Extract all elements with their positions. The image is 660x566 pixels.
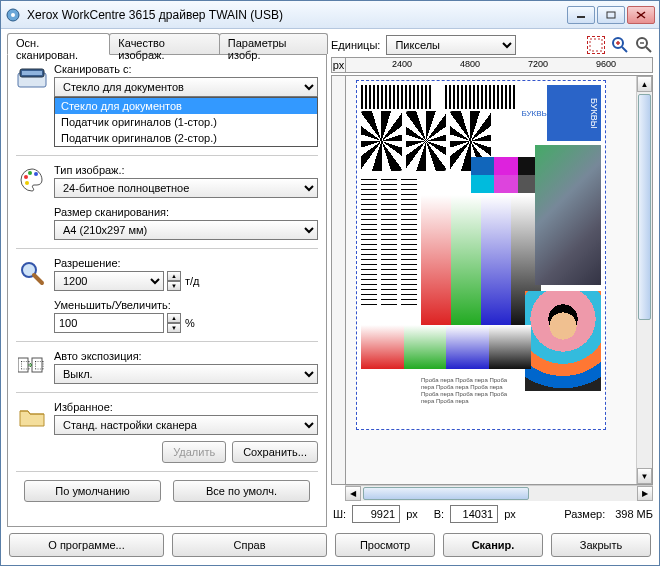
scrollbar-vertical[interactable]: ▲ ▼ (636, 76, 652, 484)
zoom-input[interactable] (54, 313, 164, 333)
resolution-select[interactable]: 1200 (54, 271, 164, 291)
width-unit: px (406, 508, 418, 520)
height-label: В: (434, 508, 444, 520)
svg-rect-19 (590, 39, 602, 51)
resolution-spin-down[interactable]: ▼ (167, 281, 181, 291)
units-select[interactable]: Пикселы (386, 35, 516, 55)
svg-point-1 (11, 13, 15, 17)
about-button[interactable]: О программе... (9, 533, 164, 557)
maximize-button[interactable] (597, 6, 625, 24)
resolution-spin-up[interactable]: ▲ (167, 271, 181, 281)
default-button[interactable]: По умолчанию (24, 480, 161, 502)
image-type-select[interactable]: 24-битное полноцветное (54, 178, 318, 198)
zoom-in-icon[interactable] (611, 36, 629, 54)
svg-rect-3 (607, 12, 615, 18)
favorites-select[interactable]: Станд. настройки сканера (54, 415, 318, 435)
width-label: Ш: (333, 508, 346, 520)
svg-text:⬚: ⬚ (20, 358, 30, 370)
svg-line-25 (646, 47, 651, 52)
zoom-unit: % (185, 317, 195, 329)
scan-from-select[interactable]: Стекло для документов (54, 77, 318, 97)
zoom-label: Уменьшить/Увеличить: (54, 299, 318, 311)
selection-tool-icon[interactable] (587, 36, 605, 54)
tab-params[interactable]: Параметры изобр. (219, 33, 328, 54)
preview-button[interactable]: Просмотр (335, 533, 435, 557)
app-icon (5, 7, 21, 23)
size-label: Размер: (564, 508, 605, 520)
minimize-button[interactable] (567, 6, 595, 24)
ruler-vertical (332, 76, 346, 484)
zoom-spin-down[interactable]: ▼ (167, 323, 181, 333)
size-value: 398 МБ (615, 508, 653, 520)
height-value[interactable] (450, 505, 498, 523)
svg-point-11 (34, 172, 38, 176)
scan-size-select[interactable]: A4 (210x297 мм) (54, 220, 318, 240)
image-type-label: Тип изображ.: (54, 164, 318, 176)
tab-quality[interactable]: Качество изображ. (109, 33, 219, 54)
width-value[interactable] (352, 505, 400, 523)
scan-size-label: Размер сканирования: (54, 206, 318, 218)
window-title: Xerox WorkCentre 3615 драйвер TWAIN (USB… (27, 8, 567, 22)
close-button[interactable] (627, 6, 655, 24)
svg-rect-8 (22, 71, 42, 75)
scan-from-dropdown-list: Стекло для документов Податчик оригинало… (54, 97, 318, 147)
height-unit: px (504, 508, 516, 520)
scan-from-option-glass[interactable]: Стекло для документов (55, 98, 317, 114)
zoom-spin-up[interactable]: ▲ (167, 313, 181, 323)
scan-from-option-feeder2[interactable]: Податчик оригиналов (2-стор.) (55, 130, 317, 146)
preview-canvas[interactable]: БУКВЫ БУКВЫ (346, 76, 636, 484)
resolution-label: Разрешение: (54, 257, 318, 269)
auto-exposure-label: Авто экспозиция: (54, 350, 318, 362)
zoom-out-icon[interactable] (635, 36, 653, 54)
close-dialog-button[interactable]: Закрыть (551, 533, 651, 557)
units-label: Единицы: (331, 39, 380, 51)
svg-point-9 (24, 175, 28, 179)
all-default-button[interactable]: Все по умолч. (173, 480, 310, 502)
scan-from-label: Сканировать с: (54, 63, 318, 75)
magnifier-icon (16, 257, 48, 289)
palette-icon (16, 164, 48, 196)
resolution-unit: т/д (185, 275, 200, 287)
svg-point-10 (28, 171, 32, 175)
svg-line-21 (622, 47, 627, 52)
exposure-icon: ⬚⬚ (16, 350, 48, 382)
tabs: Осн. сканирован. Качество изображ. Парам… (7, 33, 327, 55)
auto-exposure-select[interactable]: Выкл. (54, 364, 318, 384)
favorites-save-button[interactable]: Сохранить... (232, 441, 318, 463)
scanner-icon (16, 63, 48, 95)
svg-point-12 (25, 181, 29, 185)
scrollbar-horizontal[interactable]: ◀ ▶ (345, 485, 653, 501)
scan-button[interactable]: Сканир. (443, 533, 543, 557)
titlebar: Xerox WorkCentre 3615 драйвер TWAIN (USB… (1, 1, 659, 29)
favorites-label: Избранное: (54, 401, 318, 413)
ruler-horizontal: px 2400 4800 7200 9600 (331, 57, 653, 73)
favorites-delete-button[interactable]: Удалить (162, 441, 226, 463)
folder-icon (16, 401, 48, 433)
preview-page: БУКВЫ БУКВЫ (356, 80, 606, 430)
help-button[interactable]: Справ (172, 533, 327, 557)
scan-from-option-feeder1[interactable]: Податчик оригиналов (1-стор.) (55, 114, 317, 130)
svg-line-14 (34, 275, 42, 283)
tab-main[interactable]: Осн. сканирован. (7, 33, 110, 55)
svg-text:⬚: ⬚ (34, 358, 44, 370)
